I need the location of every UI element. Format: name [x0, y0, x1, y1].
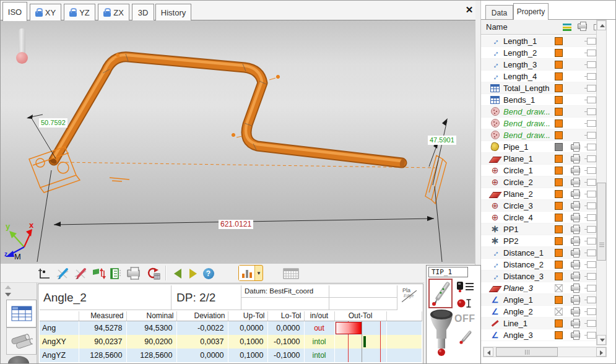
tab-xy[interactable]: XY: [30, 4, 61, 20]
list-item[interactable]: ↔Distance_1: [481, 247, 596, 259]
printer-icon[interactable]: [125, 265, 142, 282]
color-swatch[interactable]: [555, 72, 563, 80]
ball-diameter-icon[interactable]: [456, 298, 475, 309]
color-swatch[interactable]: [555, 167, 563, 175]
list-item[interactable]: ↔Length_4: [481, 71, 596, 82]
spin-up-icon[interactable]: [5, 285, 11, 289]
color-swatch[interactable]: [555, 225, 563, 233]
column-header[interactable]: Up-Tol: [228, 311, 267, 321]
previous-icon[interactable]: [169, 265, 186, 282]
scroll-thumb[interactable]: [496, 347, 558, 357]
report-checkbox[interactable]: [587, 308, 596, 315]
sort-arrows-icon[interactable]: [90, 265, 106, 282]
color-swatch[interactable]: [555, 178, 563, 186]
list-item[interactable]: Bend_draw...: [481, 118, 596, 129]
list-item[interactable]: Pipe_1: [481, 141, 596, 153]
viewport-canvas[interactable]: 50.7592 47.5901 621.0121 y x z M: [1, 20, 475, 264]
report-checkbox[interactable]: [587, 179, 596, 186]
tab-3d[interactable]: 3D: [132, 4, 154, 20]
tab-result-table[interactable]: [6, 300, 37, 327]
scroll-right-button[interactable]: [596, 347, 606, 357]
column-header[interactable]: Measured: [79, 311, 126, 321]
column-header[interactable]: in/out: [304, 311, 334, 321]
report-checkbox[interactable]: [587, 73, 596, 80]
list-item[interactable]: Plane_1: [481, 153, 596, 165]
recalculate-icon[interactable]: [145, 265, 162, 282]
printer-icon[interactable]: [571, 274, 580, 279]
partial-tab-icon[interactable]: [8, 356, 29, 364]
report-checkbox[interactable]: [587, 297, 596, 303]
list-item[interactable]: ↔Distance_3: [481, 271, 596, 282]
next-icon[interactable]: [184, 265, 201, 282]
report-checkbox[interactable]: [587, 38, 596, 45]
list-item[interactable]: ↔Length_1: [481, 35, 596, 47]
report-checkbox[interactable]: [587, 167, 596, 174]
close-icon[interactable]: ✕: [464, 4, 475, 15]
report-checkbox[interactable]: [587, 97, 596, 103]
printer-icon[interactable]: [571, 238, 580, 244]
color-swatch[interactable]: [555, 214, 563, 222]
printer-icon[interactable]: [571, 262, 580, 267]
color-swatch[interactable]: [555, 108, 563, 116]
report-checkbox[interactable]: [587, 108, 596, 115]
color-swatch[interactable]: [555, 131, 563, 139]
color-swatch[interactable]: [555, 284, 563, 292]
list-item[interactable]: ↔Length_2: [481, 47, 596, 59]
report-checkbox[interactable]: [587, 320, 596, 327]
printer-icon[interactable]: [571, 227, 580, 232]
printer-icon[interactable]: [571, 180, 580, 185]
color-swatch[interactable]: [555, 249, 563, 257]
chart-view-icon[interactable]: ▼: [238, 265, 263, 281]
color-swatch[interactable]: [555, 272, 563, 280]
report-checkbox[interactable]: [587, 249, 596, 256]
chevron-down-icon[interactable]: ▼: [255, 266, 262, 280]
measure-row[interactable]: AngYZ128,5600128,56000,00000,1000-0,1000…: [40, 349, 422, 362]
tab-history[interactable]: History: [155, 4, 191, 20]
printer-icon[interactable]: [571, 321, 580, 326]
printer-icon[interactable]: [571, 309, 580, 314]
list-item[interactable]: ∠Angle_3: [481, 329, 596, 341]
printer-icon[interactable]: [571, 203, 580, 209]
list-item[interactable]: Plane_3: [481, 282, 596, 294]
printer-icon[interactable]: [571, 215, 580, 220]
color-swatch[interactable]: [555, 61, 563, 69]
column-header[interactable]: Deviation: [176, 311, 228, 321]
list-item[interactable]: ⊕Circle_4: [481, 212, 596, 223]
column-header[interactable]: Nominal: [126, 311, 176, 321]
report-checkbox[interactable]: [587, 132, 596, 139]
color-swatch[interactable]: [555, 261, 563, 269]
list-item[interactable]: ∠Angle_1: [481, 294, 596, 306]
report-checkbox[interactable]: [587, 285, 596, 292]
list-item[interactable]: Bends_1: [481, 94, 596, 106]
printer-icon[interactable]: [571, 156, 580, 162]
color-swatch[interactable]: [555, 319, 563, 327]
report-checkbox[interactable]: [587, 238, 596, 245]
list-item[interactable]: ⊕Circle_1: [481, 165, 596, 176]
scroll-thumb[interactable]: [597, 183, 606, 261]
report-checkbox[interactable]: [587, 214, 596, 221]
vertical-scrollbar[interactable]: [596, 20, 607, 345]
list-item[interactable]: Bend_draw...: [481, 129, 596, 141]
printer-column-icon[interactable]: [578, 24, 587, 29]
color-swatch[interactable]: [555, 143, 563, 151]
plot-area-icon[interactable]: [35, 265, 52, 282]
list-item[interactable]: ↔Distance_2: [481, 259, 596, 271]
list-item[interactable]: ∠Angle_2: [481, 306, 596, 318]
mini-probe-icon[interactable]: [458, 329, 474, 345]
scroll-left-button[interactable]: [484, 347, 493, 357]
printer-icon[interactable]: [571, 191, 580, 197]
spin-down-icon[interactable]: [5, 293, 11, 297]
list-item[interactable]: ∗PP1: [481, 223, 596, 235]
color-swatch[interactable]: [555, 237, 563, 245]
list-item[interactable]: Total_Length: [481, 82, 596, 94]
report-checkbox[interactable]: [587, 273, 596, 280]
edit-red-pen-icon[interactable]: [72, 265, 89, 282]
report-checkbox[interactable]: [587, 261, 596, 268]
tab-data[interactable]: Data: [485, 5, 513, 20]
report-checkbox[interactable]: [587, 50, 596, 56]
color-swatch[interactable]: [555, 155, 563, 163]
color-swatch[interactable]: [555, 119, 563, 128]
column-header[interactable]: Lo-Tol: [267, 311, 304, 321]
printer-icon[interactable]: [571, 297, 580, 303]
list-item[interactable]: ↔Length_3: [481, 59, 596, 71]
